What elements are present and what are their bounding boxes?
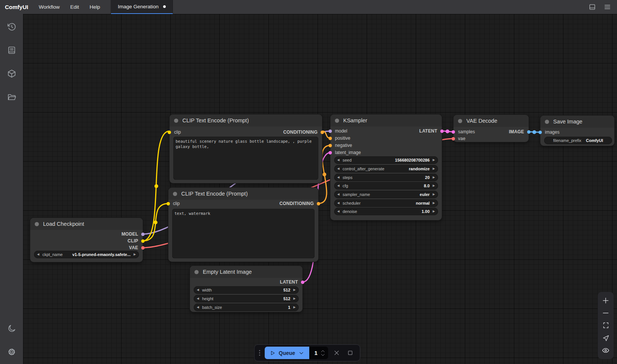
sidebar-top bbox=[3, 19, 20, 105]
drag-handle[interactable] bbox=[259, 350, 260, 356]
node-empty-latent-image[interactable]: Empty Latent Image LATENT ◀ width 512 ▶ … bbox=[190, 266, 302, 312]
node-title-bar[interactable]: CLIP Text Encode (Prompt) bbox=[168, 188, 318, 200]
input-samples: samples bbox=[452, 128, 475, 135]
input-port-dot[interactable] bbox=[329, 151, 332, 154]
widget-prev-icon[interactable]: ◀ bbox=[197, 306, 199, 309]
output-port-dot[interactable] bbox=[301, 281, 304, 284]
tab-image-generation[interactable]: Image Generation bbox=[111, 0, 173, 14]
node-ksampler[interactable]: KSampler model positive negative latent_… bbox=[330, 114, 442, 220]
settings-button[interactable] bbox=[3, 344, 20, 360]
sidebar-models-button[interactable] bbox=[3, 65, 20, 82]
input-port-dot[interactable] bbox=[538, 131, 542, 134]
widget-prev-icon[interactable]: ◀ bbox=[337, 193, 339, 196]
prompt-textarea[interactable]: text, watermark bbox=[172, 209, 315, 258]
output-port-dot[interactable] bbox=[321, 131, 324, 134]
output-port-dot[interactable] bbox=[317, 202, 320, 205]
main-menu-button[interactable] bbox=[601, 2, 613, 13]
node-vae-decode[interactable]: VAE Decode samples vae IMAGE bbox=[453, 115, 529, 142]
widget-next-icon[interactable]: ▶ bbox=[293, 306, 296, 309]
chevron-down-icon[interactable] bbox=[299, 350, 304, 356]
widget-width[interactable]: ◀ width 512 ▶ bbox=[194, 286, 299, 294]
widget-cfg[interactable]: ◀ cfg 8.0 ▶ bbox=[334, 182, 438, 190]
node-save-image[interactable]: Save Image images filename_prefix ComfyU… bbox=[540, 116, 614, 146]
node-title-bar[interactable]: CLIP Text Encode (Prompt) bbox=[170, 114, 322, 126]
output-port-dot[interactable] bbox=[141, 239, 145, 243]
pan-mode-button[interactable] bbox=[600, 333, 611, 343]
widget-prev-icon[interactable]: ◀ bbox=[337, 167, 339, 170]
output-latent: LATENT bbox=[419, 128, 444, 134]
zoom-in-button[interactable] bbox=[600, 295, 611, 306]
widget-next-icon[interactable]: ▶ bbox=[433, 210, 435, 213]
widget-prev-icon[interactable]: ◀ bbox=[197, 288, 199, 292]
output-port-dot[interactable] bbox=[440, 130, 444, 133]
widget-prev-icon[interactable]: ◀ bbox=[37, 253, 39, 256]
widget-next-icon[interactable]: ▶ bbox=[293, 297, 296, 300]
widget-scheduler[interactable]: ◀ scheduler normal ▶ bbox=[334, 199, 438, 207]
bottom-panel-toggle-button[interactable] bbox=[586, 2, 598, 13]
widget-prev-icon[interactable]: ◀ bbox=[337, 184, 339, 187]
workflow-canvas[interactable] bbox=[23, 14, 617, 364]
widget-prev-icon[interactable]: ◀ bbox=[337, 210, 339, 213]
widget-prev-icon[interactable]: ◀ bbox=[337, 202, 339, 205]
widget-next-icon[interactable]: ▶ bbox=[433, 202, 435, 205]
stepper-up-icon[interactable] bbox=[321, 350, 325, 353]
widget-next-icon[interactable]: ▶ bbox=[433, 167, 435, 170]
stepper-down-icon[interactable] bbox=[321, 353, 325, 356]
batch-count-value[interactable]: 1 bbox=[315, 350, 318, 356]
widget-next-icon[interactable]: ▶ bbox=[293, 288, 296, 292]
node-title-bar[interactable]: Save Image bbox=[540, 116, 614, 128]
input-port-dot[interactable] bbox=[452, 130, 455, 134]
widget-prev-icon[interactable]: ◀ bbox=[197, 297, 199, 300]
node-title-bar[interactable]: Load Checkpoint bbox=[30, 218, 143, 230]
widget-next-icon[interactable]: ▶ bbox=[134, 253, 136, 256]
widget-next-icon[interactable]: ▶ bbox=[433, 193, 435, 196]
output-port-dot[interactable] bbox=[527, 130, 531, 134]
zoom-out-button[interactable] bbox=[600, 308, 611, 318]
sidebar-history-button[interactable] bbox=[3, 19, 20, 35]
widget-steps[interactable]: ◀ steps 20 ▶ bbox=[334, 174, 438, 181]
sidebar-queue-button[interactable] bbox=[3, 42, 20, 59]
menu-workflow[interactable]: Workflow bbox=[34, 0, 65, 14]
clear-queue-button[interactable] bbox=[332, 348, 342, 358]
widget-sampler-name[interactable]: ◀ sampler_name euler ▶ bbox=[334, 191, 438, 198]
widget-control-after-generate[interactable]: ◀ control_after_generate randomize ▶ bbox=[334, 165, 438, 173]
input-port-dot[interactable] bbox=[167, 202, 170, 205]
prompt-textarea[interactable]: beautiful scenery nature glass bottle la… bbox=[173, 137, 318, 180]
node-load-checkpoint[interactable]: Load Checkpoint MODEL CLIP VAE ◀ ckpt_na… bbox=[30, 218, 143, 262]
node-title: KSampler bbox=[343, 117, 367, 123]
widget-filename-prefix[interactable]: filename_prefix ComfyUI bbox=[544, 137, 612, 144]
node-clip-text-encode-negative[interactable]: CLIP Text Encode (Prompt) clip CONDITION… bbox=[168, 188, 318, 262]
node-clip-text-encode-positive[interactable]: CLIP Text Encode (Prompt) clip CONDITION… bbox=[170, 114, 322, 183]
widget-ckpt-name[interactable]: ◀ ckpt_name v1-5-pruned-emaonly.safete..… bbox=[34, 251, 139, 258]
widget-seed[interactable]: ◀ seed 156680208700286 ▶ bbox=[334, 156, 438, 164]
widget-prev-icon[interactable]: ◀ bbox=[337, 159, 339, 162]
output-port-dot[interactable] bbox=[141, 233, 145, 236]
widget-height[interactable]: ◀ height 512 ▶ bbox=[194, 295, 299, 302]
sidebar bbox=[0, 14, 23, 364]
widget-next-icon[interactable]: ▶ bbox=[433, 159, 435, 162]
menu-help[interactable]: Help bbox=[84, 0, 105, 14]
input-port-dot[interactable] bbox=[329, 144, 332, 147]
toggle-link-visibility-button[interactable] bbox=[600, 345, 611, 356]
sidebar-workflows-button[interactable] bbox=[3, 89, 20, 105]
stop-button[interactable] bbox=[346, 348, 355, 358]
node-title-bar[interactable]: KSampler bbox=[330, 114, 442, 126]
output-port-dot[interactable] bbox=[141, 246, 145, 250]
input-port-dot[interactable] bbox=[329, 130, 332, 133]
batch-size-box[interactable]: 1 bbox=[309, 347, 328, 359]
fit-view-button[interactable] bbox=[600, 320, 611, 331]
input-port-dot[interactable] bbox=[168, 131, 171, 134]
widget-denoise[interactable]: ◀ denoise 1.00 ▶ bbox=[334, 208, 438, 215]
node-title-bar[interactable]: VAE Decode bbox=[453, 115, 529, 127]
widget-prev-icon[interactable]: ◀ bbox=[337, 176, 339, 179]
queue-button[interactable]: Queue bbox=[265, 347, 309, 359]
input-port-dot[interactable] bbox=[452, 137, 455, 140]
output-conditioning: CONDITIONING bbox=[283, 129, 324, 136]
theme-toggle-button[interactable] bbox=[3, 320, 20, 337]
widget-batch-size[interactable]: ◀ batch_size 1 ▶ bbox=[194, 304, 299, 311]
input-port-dot[interactable] bbox=[329, 137, 332, 140]
widget-next-icon[interactable]: ▶ bbox=[433, 176, 435, 179]
menu-edit[interactable]: Edit bbox=[65, 0, 84, 14]
node-title-bar[interactable]: Empty Latent Image bbox=[190, 266, 302, 278]
widget-next-icon[interactable]: ▶ bbox=[433, 184, 435, 187]
